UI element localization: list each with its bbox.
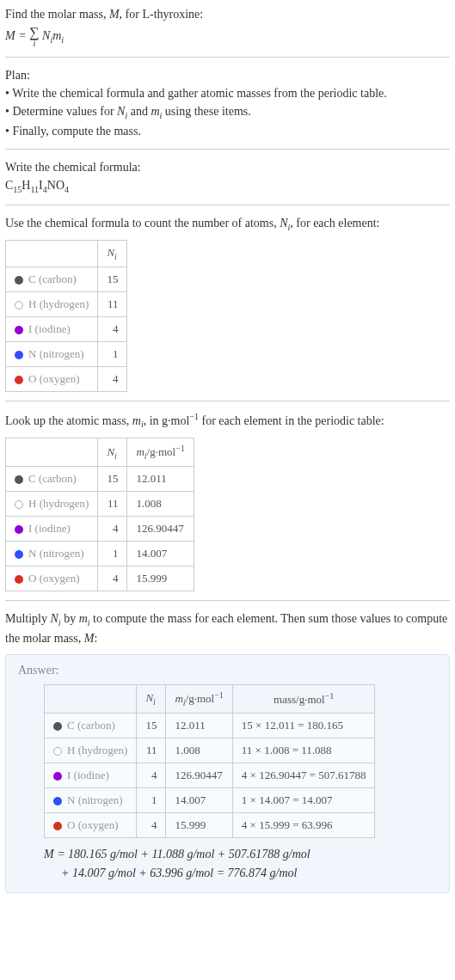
table-row: N (nitrogen) 1 14.007 1 × 14.007 = 14.00… (45, 788, 375, 813)
el-hydrogen: H (hydrogen) (28, 297, 89, 310)
mul-a: Multiply (5, 612, 51, 625)
final-equation: M = 180.165 g/mol + 11.088 g/mol + 507.6… (44, 845, 437, 884)
intro-line: Find the molar mass, M, for L-thyroxine: (5, 5, 450, 23)
val-c: 15 (98, 467, 127, 492)
calc-o: 4 × 15.999 = 63.996 (232, 813, 375, 838)
el-cell: O (oxygen) (6, 567, 98, 591)
chem-formula: C15H11I4NO4 (5, 176, 450, 196)
el-cell: N (nitrogen) (6, 542, 98, 567)
val-n: 1 (98, 542, 127, 567)
el-cell: C (carbon) (6, 467, 98, 492)
hdr-m-var: m (175, 692, 182, 705)
el-cell: I (iodine) (6, 316, 98, 341)
mass-n: 14.007 (127, 542, 194, 567)
eq-rhs-m: m (52, 29, 61, 42)
calc-h: 11 × 1.008 = 11.088 (232, 738, 375, 763)
table-row: I (iodine) 4 126.90447 4 × 126.90447 = 5… (45, 763, 375, 788)
answer-table: Ni mi/g·mol−1 mass/g·mol−1 C (carbon) 15… (44, 684, 375, 838)
val-o: 4 (98, 366, 127, 391)
mass-i: 126.90447 (166, 763, 232, 788)
count-var: N (280, 217, 287, 230)
mass-n: 14.007 (166, 788, 232, 813)
el-cell: C (carbon) (45, 714, 137, 738)
plan-bullet-1: • Write the chemical formula and gather … (5, 84, 450, 102)
molar-mass-formula: M = ∑i Nimi (5, 26, 450, 48)
count-b: , for each element: (290, 217, 379, 230)
calc-c: 15 × 12.011 = 180.165 (232, 714, 375, 738)
el-oxygen: O (oxygen) (28, 372, 80, 385)
val-i: 4 (98, 316, 127, 341)
el-nitrogen: N (nitrogen) (67, 793, 123, 806)
final-line-2: + 14.007 g/mol + 63.996 g/mol = 776.874 … (44, 864, 437, 883)
el-cell: H (hydrogen) (6, 291, 98, 316)
val-c: 15 (137, 714, 166, 738)
divider (5, 600, 450, 601)
plan-b2a: • Determine values for (5, 105, 117, 118)
table-row: N (nitrogen) 1 (6, 341, 127, 366)
el-oxygen: O (oxygen) (67, 818, 119, 831)
chem-cn: 15 (13, 185, 22, 194)
table-row: C (carbon) 15 12.011 15 × 12.011 = 180.1… (45, 714, 375, 738)
lookup-a: Look up the atomic mass, (5, 414, 132, 427)
count-table: Ni C (carbon) 15 H (hydrogen) 11 I (iodi… (5, 240, 127, 392)
hdr-mass-text: mass/g·mol (274, 693, 325, 706)
mul-b: by (61, 612, 79, 625)
empty-cell (6, 438, 98, 467)
hdr-n: Ni (98, 241, 127, 267)
table-row: C (carbon) 15 12.011 (6, 467, 194, 492)
intro-text: Find the molar mass, (5, 8, 109, 21)
plan-b2b: and (127, 105, 151, 118)
divider (5, 401, 450, 401)
table-row: H (hydrogen) 11 1.008 11 × 1.008 = 11.08… (45, 738, 375, 763)
iodine-dot-icon (15, 326, 23, 334)
count-section: Use the chemical formula to count the nu… (5, 214, 450, 392)
oxygen-dot-icon (15, 575, 23, 584)
intro-section: Find the molar mass, M, for L-thyroxine:… (5, 5, 450, 48)
val-o: 4 (98, 567, 127, 591)
empty-cell (6, 241, 98, 267)
multiply-text: Multiply Ni by mi to compute the mass fo… (5, 609, 450, 647)
val-n: 1 (98, 341, 127, 366)
table-row: H (hydrogen) 11 (6, 291, 127, 316)
el-nitrogen: N (nitrogen) (28, 347, 84, 360)
final-line-1: M = 180.165 g/mol + 11.088 g/mol + 507.6… (44, 845, 437, 864)
answer-label: Answer: (18, 664, 437, 677)
var-m: M (109, 8, 120, 21)
chem-on: 4 (65, 185, 69, 194)
hdr-m: mi/g·mol−1 (127, 438, 194, 467)
oxygen-dot-icon (53, 822, 62, 830)
hdr-m-exp: −1 (214, 690, 224, 700)
lookup-table: Ni mi/g·mol−1 C (carbon) 15 12.011 H (hy… (5, 438, 194, 591)
lookup-section: Look up the atomic mass, mi, in g·mol−1 … (5, 410, 450, 591)
nitrogen-dot-icon (15, 351, 23, 359)
el-carbon: C (carbon) (67, 719, 115, 732)
carbon-dot-icon (15, 276, 23, 285)
hdr-mass-exp: −1 (325, 691, 335, 701)
val-c: 15 (98, 266, 127, 291)
sigma-under: i (29, 40, 39, 48)
count-a: Use the chemical formula to count the nu… (5, 217, 280, 230)
plan-bullet-2: • Determine values for Ni and mi using t… (5, 102, 450, 122)
hydrogen-dot-icon (15, 500, 23, 509)
eq-rhs-mi: i (61, 35, 64, 45)
hdr-n-sub: i (114, 450, 117, 460)
empty-cell (45, 685, 137, 714)
el-cell: N (nitrogen) (45, 788, 137, 813)
iodine-dot-icon (53, 772, 62, 781)
hdr-n: Ni (137, 685, 166, 714)
val-i: 4 (98, 517, 127, 542)
eq-eq: = (15, 29, 29, 42)
iodine-dot-icon (15, 525, 23, 534)
el-carbon: C (carbon) (28, 472, 77, 485)
chem-n: N (47, 179, 56, 192)
mul-d: : (94, 632, 97, 645)
chem-h: H (22, 179, 30, 192)
hdr-m-var: m (136, 446, 144, 459)
el-nitrogen: N (nitrogen) (28, 547, 84, 560)
val-h: 11 (137, 738, 166, 763)
divider (5, 57, 450, 58)
val-n: 1 (137, 788, 166, 813)
hdr-n-var: N (107, 246, 114, 259)
el-cell: O (oxygen) (6, 366, 98, 391)
plan-heading: Plan: (5, 66, 450, 84)
